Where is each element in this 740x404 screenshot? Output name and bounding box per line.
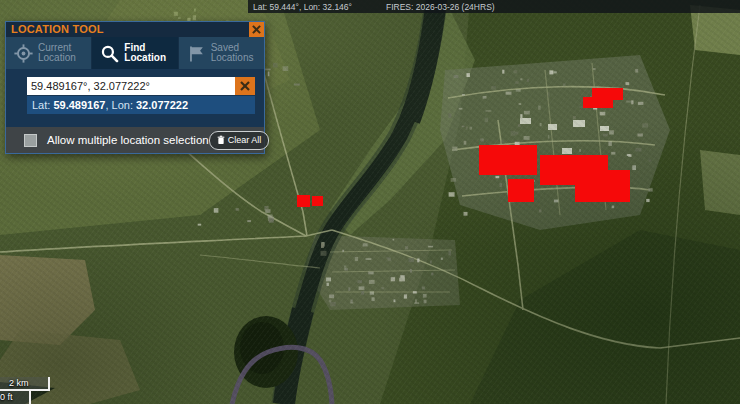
panel-body: Lat: 59.489167, Lon: 32.077222	[6, 69, 264, 127]
tab-label: Current Location	[38, 43, 76, 64]
clear-all-label: Clear All	[228, 135, 262, 145]
tab-find-location[interactable]: Find Location	[92, 37, 178, 69]
close-icon	[252, 25, 261, 34]
scale-km-segment: 2 km	[0, 377, 50, 391]
scale-ft-label: 00 ft	[0, 391, 29, 403]
multi-location-checkbox[interactable]	[24, 134, 37, 147]
scale-ft-segment: 00 ft	[0, 391, 31, 404]
search-row	[27, 77, 255, 95]
panel-header: LOCATION TOOL	[6, 22, 264, 37]
tab-saved-locations[interactable]: Saved Locations	[179, 37, 264, 69]
fires-date-label: FIRES: 2026-03-26 (24HRS)	[386, 2, 495, 12]
crosshair-icon	[14, 44, 33, 63]
clear-search-button[interactable]	[235, 77, 255, 95]
tab-bar: Current Location Find Location	[6, 37, 264, 69]
cursor-coordinates: Lat: 59.444°, Lon: 32.146°	[253, 2, 352, 12]
search-icon	[100, 44, 119, 63]
tab-label: Find Location	[124, 43, 166, 64]
location-tool-panel: LOCATION TOOL	[5, 21, 265, 154]
panel-close-button[interactable]	[249, 22, 264, 37]
top-status-bar: Lat: 59.444°, Lon: 32.146° FIRES: 2026-0…	[248, 0, 740, 13]
panel-footer: Allow multiple location selection Clear …	[6, 127, 264, 153]
panel-title: LOCATION TOOL	[6, 22, 264, 37]
scale-km-label: 2 km	[0, 377, 48, 389]
app-screen: Lat: 59.444°, Lon: 32.146° FIRES: 2026-0…	[0, 0, 740, 404]
result-coordinates: Lat: 59.489167, Lon: 32.077222	[27, 96, 255, 114]
tab-current-location[interactable]: Current Location	[6, 37, 92, 69]
coordinate-search-input[interactable]	[27, 77, 235, 95]
multi-location-label: Allow multiple location selection	[47, 134, 209, 146]
close-icon	[240, 81, 250, 91]
clear-all-button[interactable]: Clear All	[209, 131, 270, 150]
flag-icon	[187, 44, 206, 63]
trash-icon	[217, 135, 225, 145]
tab-label: Saved Locations	[211, 43, 254, 64]
